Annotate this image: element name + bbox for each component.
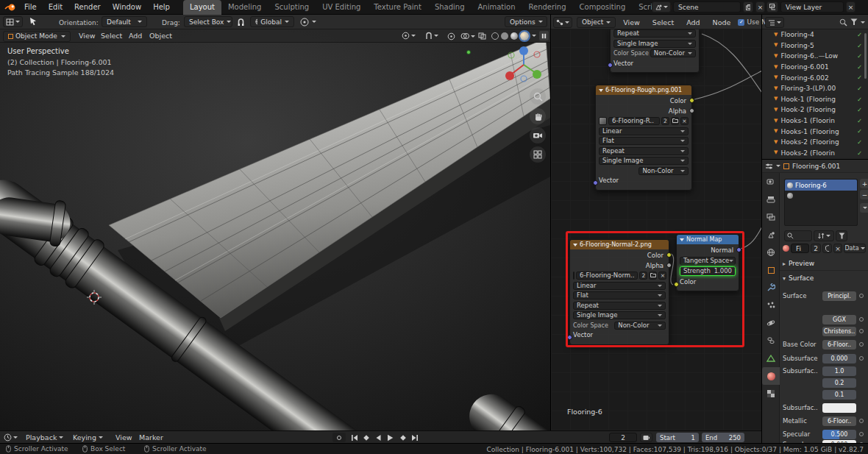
node-image-normal[interactable]: 6-Flooring-Normal-2.png Color Alpha 6-Fl… (569, 239, 669, 345)
shading-solid-button[interactable] (501, 32, 508, 40)
check-icon[interactable]: ✓ (857, 53, 862, 60)
open-image-button[interactable] (671, 117, 679, 125)
check-icon[interactable]: ✓ (857, 43, 862, 49)
playback-menu[interactable]: Playback (21, 433, 68, 441)
start-frame-field[interactable]: Start1 (656, 433, 699, 442)
use-preview-range-camera-icon[interactable] (640, 433, 652, 442)
orientation-dropdown[interactable]: Default (102, 16, 147, 27)
editor-type-button[interactable] (3, 16, 23, 27)
tab-uv-editing[interactable]: UV Editing (316, 0, 367, 15)
mode-dropdown[interactable]: Object Mode (3, 31, 71, 42)
color-space-dropdown[interactable]: Non-Color (614, 322, 666, 330)
check-icon[interactable]: ✓ (857, 96, 862, 103)
check-icon[interactable]: ✓ (857, 118, 862, 124)
tab-layout[interactable]: Layout (183, 0, 221, 15)
source-dropdown[interactable]: Single Image (613, 40, 696, 48)
options-dropdown[interactable]: Options (505, 16, 547, 27)
tab-rendering[interactable]: Rendering (522, 0, 572, 15)
keyframe-dot[interactable] (859, 317, 864, 322)
keyframe-dot[interactable] (859, 294, 864, 298)
properties-editor[interactable]: Flooring-6.001 Flooring-6 + − (761, 159, 868, 443)
tab-sculpting[interactable]: Sculpting (268, 0, 316, 15)
check-icon[interactable]: ✓ (857, 139, 862, 146)
filter-button[interactable] (836, 230, 847, 241)
data-dropdown[interactable]: Data (844, 244, 866, 253)
auto-keyframe-button[interactable] (332, 433, 346, 442)
shader-menu-select[interactable]: Select (647, 18, 679, 26)
base-color-field[interactable]: 6-Floor.. (822, 340, 856, 350)
outliner-filter-caret[interactable] (861, 21, 865, 24)
tab-output[interactable] (762, 191, 780, 208)
interpolation-dropdown[interactable]: Linear (599, 127, 689, 135)
material-slot-list[interactable]: Flooring-6 (784, 179, 858, 226)
proportional-editing-icon[interactable] (300, 18, 309, 26)
unlink-image-button[interactable]: × (680, 117, 689, 125)
camera-view-icon[interactable] (530, 127, 546, 143)
specular-slider[interactable]: 0.500 (822, 430, 856, 439)
keyframe-dot[interactable] (859, 342, 864, 347)
shading-material-button[interactable] (511, 32, 518, 40)
tab-particles[interactable] (762, 297, 780, 314)
image-users-button[interactable]: 2 (639, 272, 647, 280)
outliner-row[interactable]: ▼Hook-1 (Flooring✓ (762, 94, 868, 105)
editor-type-caret[interactable] (776, 165, 780, 167)
shading-rendered-button[interactable] (520, 32, 529, 40)
tab-modeling[interactable]: Modeling (221, 0, 268, 15)
outliner[interactable]: ▼Flooring-4✓ ▼Flooring-5✓ ▼Flooring-6..—… (761, 29, 868, 159)
shader-editor-type-button[interactable] (553, 17, 572, 28)
color-space-dropdown[interactable]: Non-Color (650, 49, 696, 57)
remove-view-layer-button[interactable]: × (846, 1, 855, 13)
outliner-row[interactable]: ▼Flooring-6..—Low✓ (762, 51, 868, 62)
alpha-output-socket[interactable] (666, 263, 672, 268)
check-icon[interactable]: ✓ (857, 64, 862, 71)
outliner-row[interactable]: ▼Floring-3-(LP).00✓ (762, 83, 868, 94)
outliner-row[interactable]: ▼Flooring-6.001✓ (762, 62, 868, 73)
check-icon[interactable]: ✓ (857, 150, 862, 157)
menu-render[interactable]: Render (68, 0, 107, 15)
keyframe-dot[interactable] (859, 329, 864, 333)
check-icon[interactable]: ✓ (857, 128, 862, 135)
keyframe-dot[interactable] (859, 432, 864, 436)
unlink-scene-button[interactable]: × (755, 1, 765, 13)
node-image-rough[interactable]: 6-Flooring-Rough.png.001 Color Alpha 6-F… (595, 85, 692, 191)
shader-type-dropdown[interactable]: Object (577, 17, 616, 28)
tab-view-layer[interactable] (762, 208, 780, 226)
tab-modifiers[interactable] (762, 279, 780, 297)
viewport-menu-select[interactable]: Select (96, 32, 127, 40)
image-name-field[interactable]: 6-Flooring-Norm.. (576, 272, 638, 280)
end-frame-field[interactable]: End250 (702, 433, 744, 442)
current-frame-field[interactable]: 2 (609, 433, 637, 442)
menu-window[interactable]: Window (107, 0, 147, 15)
space-dropdown[interactable]: Tangent Space (680, 257, 736, 265)
subsurface-radius-y[interactable]: 0.2 (822, 378, 856, 388)
extension-dropdown[interactable]: Repeat (573, 302, 666, 310)
surface-dropdown[interactable]: Principl. (822, 291, 856, 301)
outliner-row[interactable]: ▼Hooks-1 (Floorin✓ (762, 116, 868, 127)
snap-magnet-icon[interactable] (237, 18, 245, 26)
tab-constraints[interactable] (762, 332, 780, 350)
jump-to-start-button[interactable] (349, 433, 360, 442)
users-count-button[interactable]: 2 (811, 244, 821, 253)
subsurface-radius-x[interactable]: 1.0 (822, 366, 856, 376)
normal-output-socket[interactable] (736, 247, 741, 252)
tab-texture[interactable] (762, 385, 780, 402)
tab-shading[interactable]: Shading (428, 0, 472, 15)
check-icon[interactable]: ✓ (857, 85, 862, 92)
scene-name-field[interactable]: Scene (673, 1, 741, 13)
menu-file[interactable]: File (18, 0, 43, 15)
image-users-button[interactable]: 2 (661, 117, 669, 125)
outliner-row[interactable]: ▼Hooks-1 (Flooring✓ (762, 126, 868, 137)
blender-logo-icon[interactable] (4, 3, 16, 12)
tab-object[interactable] (762, 261, 780, 279)
shader-menu-add[interactable]: Add (681, 18, 705, 26)
keyframe-dot[interactable] (859, 356, 864, 361)
keyframe-dot[interactable] (859, 419, 864, 423)
outliner-row[interactable]: ▼Flooring-6.002✓ (762, 72, 868, 83)
shader-editor[interactable]: Repeat Single Image Color Space Non-Colo… (550, 29, 761, 430)
outliner-row[interactable]: ▼Flooring-4✓ (762, 29, 868, 40)
menu-help[interactable]: Help (147, 0, 176, 15)
viewport-menu-object[interactable]: Object (144, 32, 177, 40)
search-field[interactable] (784, 230, 812, 241)
outliner-scrollbar[interactable] (864, 33, 867, 79)
tab-compositing[interactable]: Compositing (573, 0, 633, 15)
